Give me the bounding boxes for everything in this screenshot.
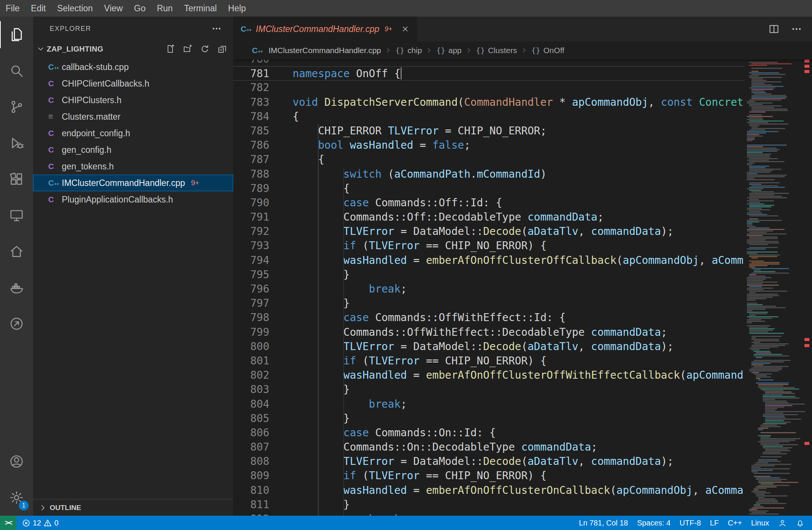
code-line[interactable]: 781namespace OnOff { [233,66,745,81]
source-control-icon[interactable] [0,89,33,125]
code-line[interactable]: 788 switch (aCommandPath.mCommandId) [233,167,745,181]
code-line[interactable]: 796 break; [233,282,745,296]
split-editor-icon[interactable] [768,23,780,35]
minimap-line [763,452,781,453]
remote-indicator[interactable]: >< [0,516,17,530]
minimap-line [763,399,775,400]
extensions-icon[interactable] [0,161,33,197]
remote-explorer-icon[interactable] [0,197,33,233]
code-line[interactable]: 800 TLVError = DataModel::Decode(aDataTl… [233,340,745,354]
menu-item-run[interactable]: Run [151,0,178,17]
code-line[interactable]: 797 } [233,296,745,311]
minimap-line [749,194,774,195]
more-actions-icon[interactable] [791,23,802,35]
file-item[interactable]: CCHIPClientCallbacks.h [33,75,233,92]
code-line[interactable]: 784{ [233,110,745,124]
code-line[interactable]: 811 } [233,498,745,512]
menu-item-edit[interactable]: Edit [25,0,52,17]
new-folder-icon[interactable] [183,44,192,54]
code-line[interactable]: 793 if (TLVError == CHIP_NO_ERROR) { [233,239,745,253]
code-line[interactable]: 806 case Commands::On::Id: { [233,426,745,440]
file-item[interactable]: CPluginApplicationCallbacks.h [33,191,233,208]
refresh-icon[interactable] [200,44,210,54]
circle-arrow-icon[interactable] [0,306,33,342]
code-line[interactable]: 804 break; [233,397,745,411]
code-line[interactable]: 809 if (TLVError == CHIP_NO_ERROR) { [233,469,745,483]
code-line[interactable]: 782 [233,81,745,95]
file-item[interactable]: Cgen_config.h [33,142,233,158]
file-item[interactable]: C++IMClusterCommandHandler.cpp9+ [33,175,233,191]
breadcrumb-item[interactable]: {}chip [395,46,422,55]
code-line[interactable]: 789 { [233,181,745,196]
indentation[interactable]: Spaces: 4 [632,516,675,530]
minimap-line [756,486,777,487]
minimap[interactable] [745,59,800,516]
settings-icon[interactable]: 1 [0,480,33,516]
encoding[interactable]: UTF-8 [675,516,705,530]
file-item[interactable]: CCHIPClusters.h [33,92,233,108]
language-mode[interactable]: C++ [723,516,746,530]
code-line[interactable]: 801 if (TLVError == CHIP_NO_ERROR) { [233,354,745,368]
code-line[interactable]: 786 bool wasHandled = false; [233,138,745,152]
account-icon[interactable] [0,443,33,480]
code-line[interactable]: 790 case Commands::Off::Id: { [233,196,745,210]
code-line[interactable]: 787 { [233,152,745,167]
code-text: if (TLVError == CHIP_NO_ERROR) { [269,354,546,368]
cursor-position[interactable]: Ln 781, Col 18 [574,516,632,530]
tab-close-icon[interactable] [401,24,410,34]
code-text: Commands::OffWithEffect::DecodableType c… [269,325,667,340]
code-line[interactable]: 785 CHIP_ERROR TLVError = CHIP_NO_ERROR; [233,124,745,138]
menu-item-view[interactable]: View [98,0,128,17]
code-line[interactable]: 794 wasHandled = emberAfOnOffClusterOffC… [233,253,745,268]
menu-item-terminal[interactable]: Terminal [179,0,223,17]
code-line[interactable]: 780 [233,59,745,66]
code-line[interactable]: 803 } [233,382,745,397]
more-actions-icon[interactable] [211,23,222,34]
menu-item-file[interactable]: File [0,0,25,17]
code-line[interactable]: 791 Commands::Off::DecodableType command… [233,210,745,224]
line-number: 783 [233,95,269,110]
code-line[interactable]: 810 wasHandled = emberAfOnOffClusterOnCa… [233,483,745,498]
folder-section-header[interactable]: ZAP_LIGHTING [33,41,233,57]
code-line[interactable]: 798 case Commands::OffWithEffect::Id: { [233,311,745,325]
file-item[interactable]: Cendpoint_config.h [33,125,233,142]
collapse-all-icon[interactable] [217,44,227,54]
code-line[interactable]: 808 TLVError = DataModel::Decode(aDataTl… [233,454,745,469]
file-item[interactable]: C++callback-stub.cpp [33,59,233,75]
home-icon[interactable] [0,233,33,270]
code-line[interactable]: 795 } [233,268,745,282]
docker-icon[interactable] [0,270,33,306]
code-line[interactable]: 799 Commands::OffWithEffect::DecodableTy… [233,325,745,340]
file-item[interactable]: Cgen_tokens.h [33,158,233,175]
code-line[interactable]: 783void DispatchServerCommand(CommandHan… [233,95,745,110]
menu-item-selection[interactable]: Selection [52,0,99,17]
minimap-line [747,116,773,117]
os-indicator[interactable]: Linux [746,516,774,530]
explorer-icon[interactable] [0,17,33,53]
file-name: Clusters.matter [62,112,121,122]
menu-item-go[interactable]: Go [128,0,151,17]
outline-section-header[interactable]: OUTLINE [33,499,233,516]
eol-sequence[interactable]: LF [705,516,723,530]
breadcrumb-item[interactable]: {}Clusters [476,46,517,55]
menu-item-help[interactable]: Help [223,0,252,17]
notifications-button[interactable] [791,516,809,530]
new-file-icon[interactable] [165,44,175,54]
tab-imclustercommandhandler[interactable]: C++ IMClusterCommandHandler.cpp 9+ [233,17,417,41]
h-file-icon: C [48,162,62,171]
code-line[interactable]: 802 wasHandled = emberAfOnOffClusterOffW… [233,368,745,382]
run-debug-icon[interactable] [0,125,33,161]
code-line[interactable]: 805 } [233,411,745,426]
code-line[interactable]: 812 break; [233,512,745,516]
feedback-button[interactable] [774,516,791,530]
breadcrumb-item[interactable]: {}app [436,46,461,55]
code-line[interactable]: 792 TLVError = DataModel::Decode(aDataTl… [233,224,745,239]
file-item[interactable]: ≡Clusters.matter [33,108,233,125]
search-icon[interactable] [0,53,33,89]
problems-indicator[interactable]: 12 0 [17,516,63,530]
breadcrumb-item[interactable]: {}OnOff [531,46,565,55]
breadcrumb-item[interactable]: C++IMClusterCommandHandler.cpp [252,46,381,55]
minimap-line [749,510,769,512]
code-line[interactable]: 807 Commands::On::DecodableType commandD… [233,440,745,454]
code-editor[interactable]: 780781namespace OnOff {782783void Dispat… [233,59,812,516]
